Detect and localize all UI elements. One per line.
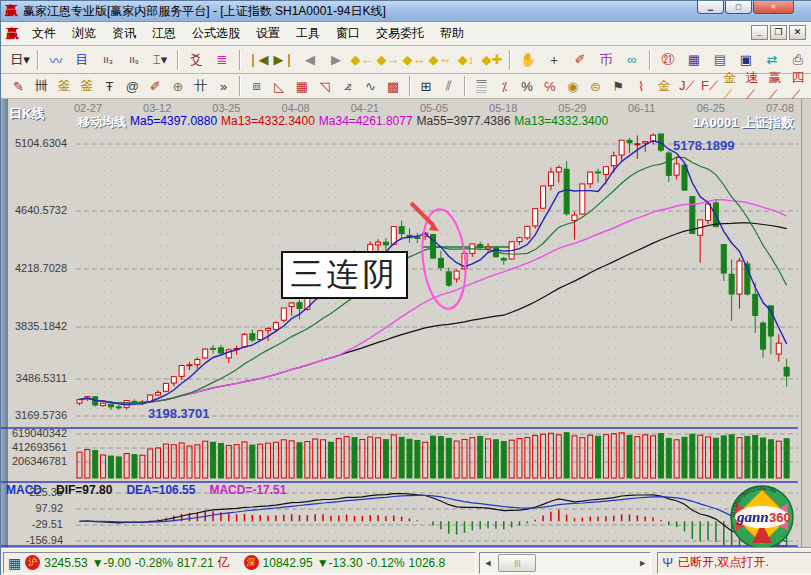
angle-ying-icon[interactable]: 赢⟋ <box>768 75 789 97</box>
grid-dense-icon[interactable]: ⊞ <box>416 75 437 97</box>
chart-client-area[interactable]: 5178.18993198.3701gann360012345678901234… <box>1 99 811 548</box>
sz-amount: 1026.8 <box>409 556 446 570</box>
fan-box-icon[interactable]: ◹ <box>314 75 335 97</box>
info-list-icon[interactable]: 目 <box>70 49 94 71</box>
diamond-expand-icon[interactable]: ◆↔ <box>402 49 426 71</box>
menu-item-0[interactable]: 文件 <box>24 23 64 44</box>
diamond-left-icon[interactable]: ◆← <box>350 49 374 71</box>
notepad-icon[interactable]: ▤ <box>708 49 732 71</box>
menu-item-1[interactable]: 浏览 <box>64 23 104 44</box>
hand-tool-icon[interactable]: ✋ <box>516 49 540 71</box>
kline-chart-canvas[interactable]: 5178.18993198.3701gann360012345678901234… <box>1 99 811 548</box>
spiral-tool-icon[interactable]: @ <box>122 75 143 97</box>
connection-status-text[interactable]: 已断开,双点打开. <box>678 554 769 571</box>
sh-index-value: 3245.53 <box>44 556 87 570</box>
mdi-minimize-button[interactable]: _ <box>751 25 768 40</box>
crosshair-tool-icon[interactable]: ＋ <box>542 49 566 71</box>
angle-measure-icon[interactable]: ✐ <box>568 49 592 71</box>
minute-9-icon[interactable]: ıı₉ <box>122 49 146 71</box>
connection-panel[interactable]: Ψ 已断开,双点打开. <box>657 552 811 574</box>
menu-bar: 赢 文件浏览资讯江恩公式选股设置工具窗口交易委托帮助 <box>1 22 811 46</box>
candle-style-dropdown[interactable]: ⌶▾ <box>148 49 172 71</box>
diamond-full-icon[interactable]: ◆⇔ <box>428 49 452 71</box>
diamond-zoomout-icon[interactable]: ◆✚ <box>480 49 504 71</box>
gold-char-icon[interactable]: 金 <box>654 75 675 97</box>
mdi-close-button[interactable]: ✕ <box>789 25 806 40</box>
menu-item-8[interactable]: 交易委托 <box>368 23 432 44</box>
slash-lines-icon[interactable]: ⫽ <box>438 75 459 97</box>
menu-item-2[interactable]: 资讯 <box>104 23 144 44</box>
menu-item-5[interactable]: 设置 <box>248 23 288 44</box>
grid-box-red-icon[interactable]: ▦ <box>292 75 313 97</box>
comb2-tool-icon[interactable]: 卄 <box>190 75 211 97</box>
market-grid-icon[interactable]: ▦ <box>8 555 21 571</box>
save-icon[interactable]: ▣ <box>734 49 758 71</box>
angle-su-icon[interactable]: 速⟋ <box>745 75 766 97</box>
minute-3-icon[interactable]: ıı₃ <box>96 49 120 71</box>
curve-cross-icon[interactable]: ⌇ <box>631 75 652 97</box>
date-tick-04-08: 04-08 <box>282 102 310 114</box>
f-line-tool-icon[interactable]: Ŧ <box>99 75 120 97</box>
smart-analysis-icon[interactable]: ∞ <box>620 49 644 71</box>
nav-first-icon[interactable]: ❘◀ <box>246 49 270 71</box>
percent-icon[interactable]: % <box>517 75 538 97</box>
menu-item-4[interactable]: 公式选股 <box>184 23 248 44</box>
red-grid-icon[interactable]: ▩ <box>383 75 404 97</box>
diamond-right-icon[interactable]: ◆→ <box>376 49 400 71</box>
percent-line-icon[interactable]: ℅ <box>540 75 561 97</box>
diamond-zoomin-icon[interactable]: ◆↕ <box>454 49 478 71</box>
nav-last-icon[interactable]: ▶❘ <box>272 49 296 71</box>
horizontal-scrollbar[interactable]: ◄ ||| ► <box>479 552 651 574</box>
box-grid-tool-icon[interactable]: ⧈ <box>246 75 267 97</box>
close-button[interactable]: ✕ <box>753 1 794 14</box>
menu-item-6[interactable]: 工具 <box>288 23 328 44</box>
percent7-icon[interactable]: ⁒ <box>494 75 515 97</box>
angle-lines-icon[interactable]: ⦨ <box>337 75 358 97</box>
title-bar[interactable]: 赢 赢家江恩专业版[赢家内部服务平台] - [上证指数 SH1A0001-94日… <box>1 1 811 22</box>
scroll-right-arrow[interactable]: ► <box>635 553 650 573</box>
scroll-thumb[interactable]: ||| <box>498 554 536 572</box>
fan-lines-icon[interactable]: ◺ <box>269 75 290 97</box>
gann-pattern-icon[interactable]: 爻 <box>184 49 208 71</box>
nav-prev-icon[interactable]: ◀ <box>298 49 322 71</box>
brush-tool-icon[interactable]: ✎ <box>8 75 29 97</box>
gann-tool-icon[interactable]: 币 <box>594 49 618 71</box>
logo-360-text: 360 <box>769 510 791 525</box>
annotation-three-bearish-box[interactable]: 三连阴 <box>281 251 408 299</box>
wave-tool-icon[interactable]: ∿ <box>360 75 381 97</box>
more-chevron-icon[interactable]: » <box>213 75 234 97</box>
calculator-icon[interactable]: ▦ <box>682 49 706 71</box>
menu-item-3[interactable]: 江恩 <box>144 23 184 44</box>
kline-style-dropdown[interactable]: 日▾ <box>8 49 32 71</box>
gold-gate2-icon[interactable]: 釜 <box>76 75 97 97</box>
angle-gold-icon[interactable]: 金⟋ <box>722 75 743 97</box>
network-icon[interactable]: ⇄ <box>760 49 784 71</box>
menu-item-9[interactable]: 帮助 <box>432 23 472 44</box>
scale-chart-icon[interactable]: 𝄛 <box>471 75 492 97</box>
date-tick-05-18: 05-18 <box>489 102 517 114</box>
flag-brush-icon[interactable]: ⚑ <box>608 75 629 97</box>
red-brush-icon[interactable]: ✐ <box>145 75 166 97</box>
index-quote-panel[interactable]: ▦ 沪 3245.53 ▼-9.00 -0.28% 817.21亿 深 1084… <box>3 552 476 574</box>
gold-gate-icon[interactable]: 釜 <box>54 75 75 97</box>
gold-circle-icon[interactable]: ◉ <box>562 75 583 97</box>
macd-header-value-0: DIF=97.80 <box>56 483 112 497</box>
angle-j-icon[interactable]: J⟋ <box>676 75 697 97</box>
circle-ruler-icon[interactable]: ⊕ <box>168 75 189 97</box>
angle-si-icon[interactable]: 四⟋ <box>790 75 811 97</box>
printer-icon[interactable]: ⎙ <box>786 49 810 71</box>
angle-f-icon[interactable]: F⟋ <box>699 75 720 97</box>
menu-item-7[interactable]: 窗口 <box>328 23 368 44</box>
scroll-left-arrow[interactable]: ◄ <box>480 553 495 573</box>
price-axis-label-5: 3169.5736 <box>1 409 67 421</box>
comb-tool-icon[interactable]: 卌 <box>31 75 52 97</box>
maximize-button[interactable]: ▢ <box>725 1 752 14</box>
nav-next-icon[interactable]: ▶ <box>324 49 348 71</box>
color-volume-icon[interactable]: ≣ <box>210 49 234 71</box>
calendar-21-icon[interactable]: ㉑ <box>656 49 680 71</box>
mdi-restore-button[interactable]: ❐ <box>770 25 787 40</box>
app-logo-icon: 赢 <box>5 2 18 20</box>
gold-line-icon[interactable]: ⊜ <box>585 75 606 97</box>
pattern-window-icon[interactable]: 〰 <box>44 49 68 71</box>
minimize-button[interactable]: ▁ <box>697 1 724 14</box>
